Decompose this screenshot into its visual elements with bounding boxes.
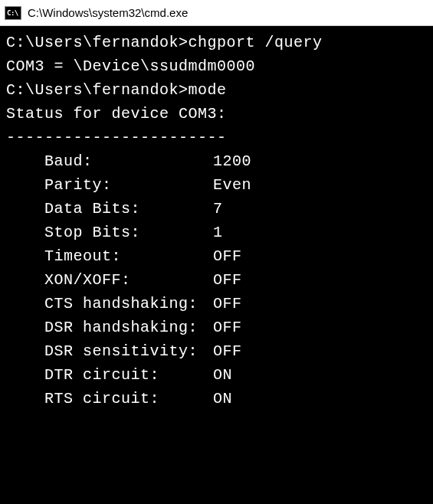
command-1: chgport /query <box>189 34 323 51</box>
status-row: Data Bits:7 <box>6 197 427 221</box>
prompt-2: C:\Users\fernandok> <box>6 81 189 99</box>
status-value: OFF <box>213 339 242 363</box>
status-divider: ----------------------- <box>6 126 427 149</box>
command-2: mode <box>189 81 227 99</box>
status-label: DSR sensitivity: <box>44 339 213 363</box>
cmd-line-1: C:\Users\fernandok>chgport /query <box>6 31 427 54</box>
status-label: XON/XOFF: <box>44 268 213 292</box>
window-titlebar: C:\ C:\Windows\system32\cmd.exe <box>0 0 433 26</box>
status-value: OFF <box>213 268 242 292</box>
status-row: Stop Bits:1 <box>6 221 427 244</box>
status-label: Parity: <box>44 173 213 197</box>
chgport-output: COM3 = \Device\ssudmdm0000 <box>6 54 427 78</box>
status-row: Timeout:OFF <box>6 244 427 268</box>
cmd-icon: C:\ <box>5 6 21 20</box>
window-title: C:\Windows\system32\cmd.exe <box>28 6 188 19</box>
status-row: Baud:1200 <box>6 149 427 173</box>
status-value: ON <box>213 387 232 411</box>
status-label: RTS circuit: <box>44 387 213 411</box>
status-row: CTS handshaking:OFF <box>6 292 427 316</box>
cmd-line-2: C:\Users\fernandok>mode <box>6 78 427 102</box>
status-row: XON/XOFF:OFF <box>6 268 427 292</box>
status-value: 7 <box>213 197 223 221</box>
status-label: DTR circuit: <box>44 363 213 387</box>
status-label: DSR handshaking: <box>44 316 213 339</box>
status-row: DTR circuit:ON <box>6 363 427 387</box>
status-value: OFF <box>213 244 242 268</box>
status-value: OFF <box>213 292 242 316</box>
status-label: CTS handshaking: <box>44 292 213 316</box>
status-value: Even <box>213 173 251 197</box>
status-value: OFF <box>213 316 242 339</box>
cmd-icon-label: C:\ <box>7 9 18 17</box>
terminal-output[interactable]: C:\Users\fernandok>chgport /queryCOM3 = … <box>0 26 433 504</box>
status-value: 1200 <box>213 149 251 173</box>
status-value: ON <box>213 363 232 387</box>
status-label: Timeout: <box>44 244 213 268</box>
status-row: Parity:Even <box>6 173 427 197</box>
status-label: Data Bits: <box>44 197 213 221</box>
status-row: DSR sensitivity:OFF <box>6 339 427 363</box>
prompt-1: C:\Users\fernandok> <box>6 34 189 51</box>
status-label: Stop Bits: <box>44 221 213 244</box>
status-row: RTS circuit:ON <box>6 387 427 411</box>
status-label: Baud: <box>44 149 213 173</box>
status-header: Status for device COM3: <box>6 102 427 126</box>
status-value: 1 <box>213 221 223 244</box>
status-row: DSR handshaking:OFF <box>6 316 427 339</box>
